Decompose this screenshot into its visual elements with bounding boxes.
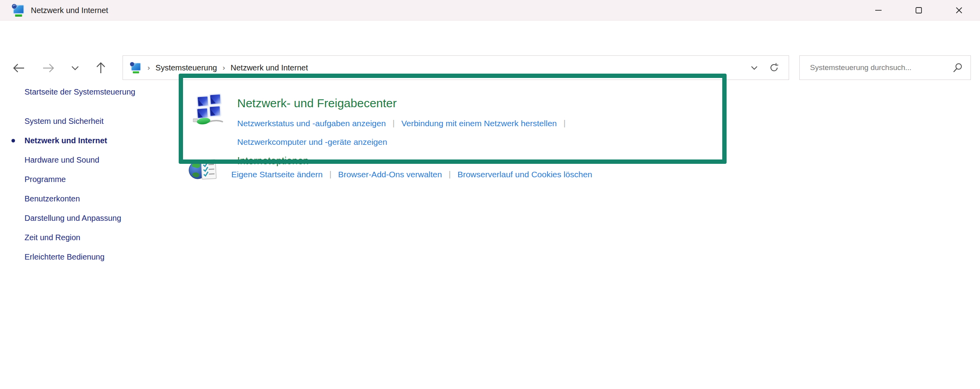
recent-locations-button[interactable] (64, 59, 86, 77)
minimize-icon (874, 6, 882, 14)
search-icon[interactable] (952, 63, 963, 73)
task-link-browserverlauf-loeschen[interactable]: Browserverlauf und Cookies löschen (457, 170, 592, 179)
sidebar-item-netzwerk-und-internet[interactable]: Netzwerk und Internet (16, 131, 174, 150)
task-links-row: Eigene Startseite ändern|Browser-Add-Ons… (231, 170, 592, 179)
link-separator: | (329, 170, 331, 178)
task-link-verbindung-herstellen[interactable]: Verbindung mit einem Netzwerk herstellen (401, 119, 557, 128)
control-panel-window: Netzwerk und Internet (0, 0, 980, 389)
sidebar-item-erleichterte-bedienung[interactable]: Erleichterte Bedienung (16, 247, 174, 267)
forward-arrow-icon (42, 63, 55, 74)
back-arrow-icon (12, 63, 26, 74)
task-link-addons-verwalten[interactable]: Browser-Add-Ons verwalten (338, 170, 442, 179)
refresh-button[interactable] (769, 63, 779, 73)
sidebar-item-benutzerkonten[interactable]: Benutzerkonten (16, 189, 174, 209)
breadcrumb-chevron: › (147, 63, 150, 72)
control-panel-location-icon (129, 61, 142, 74)
network-sharing-center-icon[interactable] (193, 93, 226, 126)
breadcrumb-item-netzwerk-und-internet[interactable]: Netzwerk und Internet (230, 63, 308, 72)
window-title: Netzwerk und Internet (31, 0, 108, 21)
task-link-netzwerkcomputer[interactable]: Netzwerkcomputer und -geräte anzeigen (237, 137, 387, 146)
chevron-down-icon (71, 66, 79, 70)
maximize-button[interactable] (905, 0, 933, 21)
link-separator: | (449, 170, 451, 178)
sidebar-item-zeit-und-region[interactable]: Zeit und Region (16, 228, 174, 247)
link-separator: | (564, 119, 566, 127)
network-internet-app-icon (11, 3, 25, 17)
back-button[interactable] (8, 59, 30, 77)
sidebar-item-darstellung-und-anpassung[interactable]: Darstellung und Anpassung (16, 209, 174, 228)
sidebar-item-system-und-sicherheit[interactable]: System und Sicherheit (16, 112, 174, 131)
maximize-icon (915, 6, 923, 14)
active-item-bullet (11, 139, 15, 142)
sidebar-item-programme[interactable]: Programme (16, 170, 174, 189)
refresh-icon (769, 63, 779, 73)
task-link-startseite-aendern[interactable]: Eigene Startseite ändern (231, 170, 323, 179)
task-links-row: Netzwerkcomputer und -geräte anzeigen (237, 137, 387, 147)
titlebar: Netzwerk und Internet (0, 0, 980, 21)
section-title-internetoptionen[interactable]: Internetoptionen (237, 155, 309, 167)
breadcrumb-chevron: › (223, 63, 225, 72)
sidebar-item-startseite[interactable]: Startseite der Systemsteuerung (16, 82, 174, 102)
task-link-netzwerkstatus[interactable]: Netzwerkstatus und -aufgaben anzeigen (237, 119, 386, 128)
up-button[interactable] (90, 59, 112, 77)
close-button[interactable] (945, 0, 973, 21)
address-bar[interactable]: › Systemsteuerung › Netzwerk und Interne… (123, 55, 789, 80)
minimize-button[interactable] (865, 0, 892, 21)
breadcrumb-item-systemsteuerung[interactable]: Systemsteuerung (155, 63, 217, 72)
link-separator: | (393, 119, 395, 127)
up-arrow-icon (95, 61, 106, 75)
task-links-row: Netzwerkstatus und -aufgaben anzeigen|Ve… (237, 119, 572, 128)
chevron-down-icon (751, 66, 758, 70)
sidebar-item-label: Netzwerk und Internet (25, 136, 107, 145)
section-title-netzwerk-und-freigabecenter[interactable]: Netzwerk- und Freigabecenter (237, 97, 397, 110)
address-dropdown-button[interactable] (751, 66, 758, 70)
search-input[interactable] (800, 56, 971, 80)
close-icon (955, 6, 963, 14)
navigation-bar: › Systemsteuerung › Netzwerk und Interne… (0, 21, 980, 61)
internet-options-icon[interactable] (188, 158, 218, 183)
forward-button[interactable] (37, 59, 59, 77)
sidebar-item-hardware-und-sound[interactable]: Hardware und Sound (16, 150, 174, 170)
sidebar: Startseite der Systemsteuerung System un… (16, 82, 174, 267)
search-box (799, 55, 971, 80)
